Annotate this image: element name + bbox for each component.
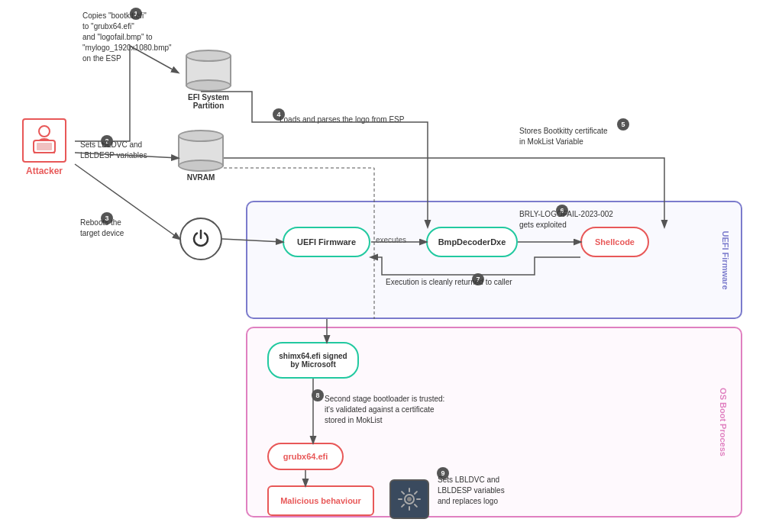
grub-node: grubx64.efi (267, 443, 344, 470)
power-icon-svg (189, 227, 212, 250)
diagram: UEFI Firmware OS Boot Process Attacker (0, 0, 782, 532)
step-8-circle: 8 (312, 389, 324, 401)
os-box-label: OS Boot Process (719, 388, 728, 456)
gear-icon-box (389, 479, 429, 519)
attacker-label: Attacker (26, 166, 63, 176)
power-button (179, 218, 222, 260)
attacker-icon (22, 118, 66, 163)
annotation-step9: Sets LBLDVC andLBLDESP variablesand repl… (438, 475, 575, 507)
bmp-decoder-label: BmpDecoderDxe (438, 237, 506, 247)
shellcode-node: Shellcode (580, 227, 649, 257)
svg-rect-2 (37, 143, 52, 150)
svg-point-5 (407, 497, 412, 501)
nvram-label: NVRAM (187, 173, 215, 182)
attacker-svg (27, 124, 61, 157)
grub-label: grubx64.efi (283, 452, 328, 461)
annotation-step5: Stores Bootkitty certificatein MokList V… (519, 126, 657, 147)
uefi-firmware-box: UEFI Firmware (246, 201, 742, 319)
shellcode-label: Shellcode (595, 237, 635, 247)
annotation-step1: Copies "bootkit.efi"to "grubx64.efi"and … (82, 11, 182, 64)
cyl-bottom-nvram (178, 160, 224, 172)
uefi-box-label: UEFI Firmware (720, 231, 729, 289)
efi-label: EFI SystemPartition (188, 93, 229, 110)
bmp-decoder-node: BmpDecoderDxe (426, 227, 518, 257)
malicious-label: Malicious behaviour (280, 496, 361, 505)
uefi-firmware-node: UEFI Firmware (283, 227, 370, 257)
cylinder-efi (186, 50, 231, 92)
shim-node: shimx64.efi signedby Microsoft (267, 342, 359, 379)
shim-label: shimx64.efi signedby Microsoft (279, 352, 347, 369)
annotation-step6: BRLY-LOGOFAIL-2023-002gets exploited (519, 209, 649, 231)
attacker: Attacker (14, 118, 75, 176)
cyl-top-efi (186, 50, 231, 62)
malicious-behaviour-node: Malicious behaviour (267, 485, 374, 516)
annotation-step4: Loads and parses the logo from ESP (280, 114, 432, 125)
annotation-step7: Execution is cleanly returned to caller (386, 277, 531, 288)
efi-partition-node: EFI SystemPartition (178, 50, 239, 110)
svg-point-0 (39, 126, 50, 137)
annotation-step2: Sets LBLDVC andLBLDESP variables (80, 140, 172, 161)
cyl-bottom-efi (186, 79, 231, 92)
cyl-top-nvram (178, 130, 224, 142)
nvram-node: NVRAM (178, 130, 224, 182)
annotation-step8: Second stage bootloader is trusted:it's … (325, 394, 489, 426)
gear-svg (396, 485, 423, 513)
cylinder-nvram (178, 130, 224, 172)
annotation-step3: Reboots thetarget device (80, 218, 164, 239)
uefi-firmware-label: UEFI Firmware (297, 237, 356, 247)
executes-label: executes (376, 236, 406, 244)
